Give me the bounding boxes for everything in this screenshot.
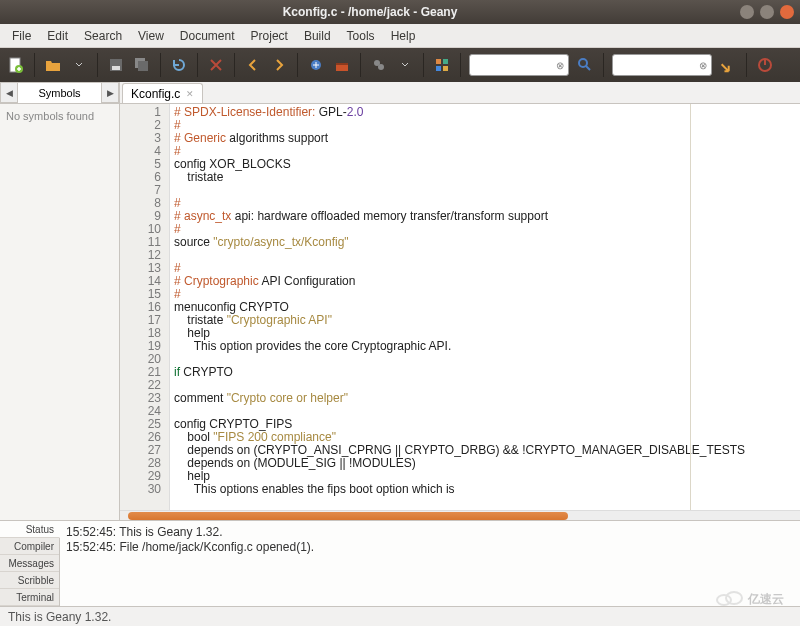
separator xyxy=(97,53,98,77)
clear-search-icon[interactable]: ⊗ xyxy=(556,60,564,71)
separator xyxy=(297,53,298,77)
scrollbar-thumb[interactable] xyxy=(128,512,568,520)
quit-button[interactable] xyxy=(753,53,777,77)
goto-input[interactable] xyxy=(617,59,699,71)
code-line: This options enables the fips boot optio… xyxy=(174,483,796,496)
bottom-tab-compiler[interactable]: Compiler xyxy=(0,538,59,555)
bottom-tab-terminal[interactable]: Terminal xyxy=(0,589,59,606)
code-line: # async_tx api: hardware offloaded memor… xyxy=(174,210,796,223)
titlebar: Kconfig.c - /home/jack - Geany xyxy=(0,0,800,24)
code-line: if CRYPTO xyxy=(174,366,796,379)
message-pane: StatusCompilerMessagesScribbleTerminal 1… xyxy=(0,520,800,606)
code-line: depends on (MODULE_SIG || !MODULES) xyxy=(174,457,796,470)
save-all-button[interactable] xyxy=(130,53,154,77)
editor: Kconfig.c ✕ 1 2 3 4 5 6 7 8 9 10 11 12 1… xyxy=(120,82,800,520)
sidebar-tab-symbols[interactable]: Symbols xyxy=(18,82,101,103)
reload-button[interactable] xyxy=(167,53,191,77)
code-line: # SPDX-License-Identifier: GPL-2.0 xyxy=(174,106,796,119)
goto-line-button[interactable] xyxy=(716,53,740,77)
goto-field[interactable]: ⊗ xyxy=(612,54,712,76)
menu-build[interactable]: Build xyxy=(296,27,339,45)
menu-document[interactable]: Document xyxy=(172,27,243,45)
code-line: # Cryptographic API Configuration xyxy=(174,275,796,288)
sidebar-empty-text: No symbols found xyxy=(0,104,119,128)
svg-rect-3 xyxy=(112,66,120,70)
bottom-tab-messages[interactable]: Messages xyxy=(0,555,59,572)
svg-rect-13 xyxy=(436,66,441,71)
separator xyxy=(603,53,604,77)
svg-rect-11 xyxy=(436,59,441,64)
code-line xyxy=(174,184,796,197)
search-field[interactable]: ⊗ xyxy=(469,54,569,76)
open-file-button[interactable] xyxy=(41,53,65,77)
run-dropdown[interactable] xyxy=(393,53,417,77)
close-file-button[interactable] xyxy=(204,53,228,77)
code-line: source "crypto/async_tx/Kconfig" xyxy=(174,236,796,249)
menu-tools[interactable]: Tools xyxy=(339,27,383,45)
bottom-tab-status[interactable]: Status xyxy=(0,521,60,538)
maximize-button[interactable] xyxy=(760,5,774,19)
minimize-button[interactable] xyxy=(740,5,754,19)
svg-rect-12 xyxy=(443,59,448,64)
window-title: Kconfig.c - /home/jack - Geany xyxy=(6,5,734,19)
svg-point-10 xyxy=(378,64,384,70)
menu-search[interactable]: Search xyxy=(76,27,130,45)
run-button[interactable] xyxy=(367,53,391,77)
svg-rect-8 xyxy=(336,63,348,65)
svg-rect-5 xyxy=(138,61,148,71)
svg-rect-17 xyxy=(764,59,766,65)
menu-help[interactable]: Help xyxy=(383,27,424,45)
code-area[interactable]: 1 2 3 4 5 6 7 8 9 10 11 12 13 14 15 16 1… xyxy=(120,104,800,510)
nav-forward-button[interactable] xyxy=(267,53,291,77)
menu-file[interactable]: File xyxy=(4,27,39,45)
color-chooser-button[interactable] xyxy=(430,53,454,77)
message-line: 15:52:45: This is Geany 1.32. xyxy=(66,525,794,540)
tab-kconfig[interactable]: Kconfig.c ✕ xyxy=(122,83,203,103)
document-tabs: Kconfig.c ✕ xyxy=(120,82,800,104)
watermark: 亿速云 xyxy=(716,590,784,608)
horizontal-scrollbar[interactable] xyxy=(120,510,800,520)
bottom-tab-scribble[interactable]: Scribble xyxy=(0,572,59,589)
nav-back-button[interactable] xyxy=(241,53,265,77)
code-line: tristate "Cryptographic API" xyxy=(174,314,796,327)
separator xyxy=(197,53,198,77)
compile-button[interactable] xyxy=(304,53,328,77)
menubar: FileEditSearchViewDocumentProjectBuildTo… xyxy=(0,24,800,48)
separator xyxy=(234,53,235,77)
message-line: 15:52:45: File /home/jack/Kconfig.c open… xyxy=(66,540,794,555)
close-button[interactable] xyxy=(780,5,794,19)
new-file-button[interactable] xyxy=(4,53,28,77)
open-dropdown[interactable] xyxy=(67,53,91,77)
statusbar: This is Geany 1.32. xyxy=(0,606,800,626)
sidebar-tab-prev[interactable]: ◀ xyxy=(0,82,18,103)
save-button[interactable] xyxy=(104,53,128,77)
code-source[interactable]: # SPDX-License-Identifier: GPL-2.0## Gen… xyxy=(170,104,800,510)
search-button[interactable] xyxy=(573,53,597,77)
tab-close-icon[interactable]: ✕ xyxy=(186,89,194,99)
code-line: tristate xyxy=(174,171,796,184)
separator xyxy=(34,53,35,77)
menu-edit[interactable]: Edit xyxy=(39,27,76,45)
code-line: config XOR_BLOCKS xyxy=(174,158,796,171)
line-gutter: 1 2 3 4 5 6 7 8 9 10 11 12 13 14 15 16 1… xyxy=(120,104,170,510)
code-line: # Generic algorithms support xyxy=(174,132,796,145)
menu-view[interactable]: View xyxy=(130,27,172,45)
menu-project[interactable]: Project xyxy=(243,27,296,45)
separator xyxy=(423,53,424,77)
code-line: This option provides the core Cryptograp… xyxy=(174,340,796,353)
search-input[interactable] xyxy=(474,59,556,71)
status-text: This is Geany 1.32. xyxy=(8,610,111,624)
sidebar-tab-next[interactable]: ▶ xyxy=(101,82,119,103)
sidebar: ◀ Symbols ▶ No symbols found xyxy=(0,82,120,520)
right-margin xyxy=(690,104,691,510)
message-output[interactable]: 15:52:45: This is Geany 1.32.15:52:45: F… xyxy=(60,521,800,606)
code-line xyxy=(174,249,796,262)
separator xyxy=(460,53,461,77)
toolbar: ⊗ ⊗ xyxy=(0,48,800,82)
build-button[interactable] xyxy=(330,53,354,77)
code-line: comment "Crypto core or helper" xyxy=(174,392,796,405)
separator xyxy=(360,53,361,77)
message-tabs: StatusCompilerMessagesScribbleTerminal xyxy=(0,521,60,606)
clear-goto-icon[interactable]: ⊗ xyxy=(699,60,707,71)
svg-point-15 xyxy=(579,59,587,67)
